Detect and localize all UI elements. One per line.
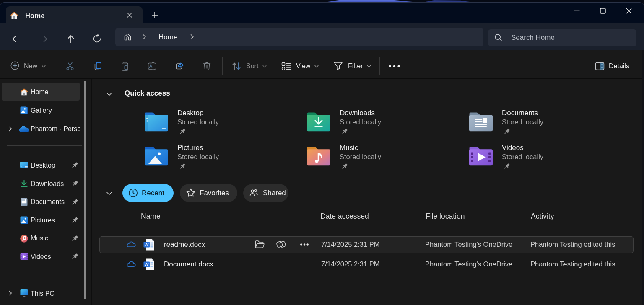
svg-text:W: W [145,242,149,247]
svg-text:W: W [145,262,149,267]
